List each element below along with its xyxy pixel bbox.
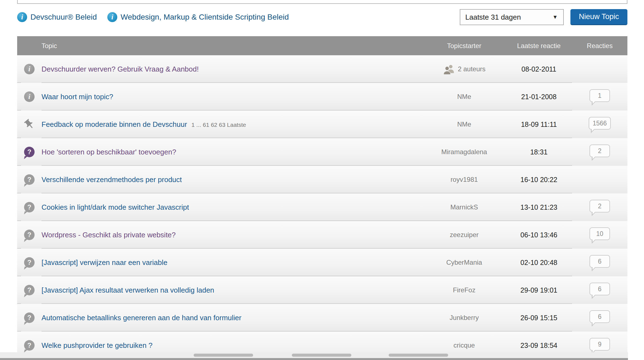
reply-count-badge: 1566: [589, 117, 611, 130]
topic-status-cell: [17, 147, 41, 157]
table-header: Topic Topicstarter Laatste reactie React…: [17, 36, 627, 55]
topic-link[interactable]: Feedback op moderatie binnen de Devschuu…: [41, 120, 187, 129]
last-reply-time: 26-09 15:15: [506, 314, 572, 322]
topic-status-cell: [17, 202, 41, 212]
topic-cell: Welke pushprovider te gebruiken ?: [41, 341, 423, 350]
reply-count: 1566: [593, 120, 607, 127]
table-row: Feedback op moderatie binnen de Devschuu…: [17, 111, 627, 138]
replies-cell: 2: [572, 202, 627, 212]
reply-count: 2: [598, 147, 602, 155]
reply-count: 6: [598, 313, 602, 320]
reply-count: 9: [598, 341, 602, 348]
topic-link[interactable]: Welke pushprovider te gebruiken ?: [41, 341, 152, 350]
topic-cell: Hoe 'sorteren op beschikbaar' toevoegen?: [41, 148, 423, 156]
topic-pagination-links[interactable]: 1 ... 61 62 63 Laatste: [191, 122, 246, 128]
replies-cell: 1: [572, 91, 627, 102]
column-header-laatste-reactie: Laatste reactie: [506, 42, 572, 50]
topic-link[interactable]: Automatische betaallinks genereren aan d…: [41, 314, 242, 322]
topic-link[interactable]: Devschuurder werven? Gebruik Vraag & Aan…: [41, 65, 199, 73]
dropdown-arrow-icon: [552, 14, 558, 20]
topic-link[interactable]: Verschillende verzendmethodes per produc…: [41, 175, 182, 184]
reply-count: 6: [598, 285, 602, 293]
topicstarter-cell: MarnickS: [423, 203, 506, 211]
topic-status-cell: [17, 174, 41, 185]
policy-link-label[interactable]: Devschuur® Beleid: [30, 13, 97, 22]
last-reply-time: 18:31: [506, 148, 572, 156]
table-row: Automatische betaallinks genereren aan d…: [17, 304, 627, 332]
topicstarter-cell: royv1981: [423, 176, 506, 183]
scrollbar-thumb[interactable]: [292, 354, 351, 357]
table-row: [Javascript] verwijzen naar een variable…: [17, 249, 627, 276]
question-bubble-icon: [24, 230, 35, 240]
topicstarter-cell: Miramagdalena: [423, 148, 506, 156]
reply-count-badge: 9: [590, 338, 610, 351]
topic-status-cell: [17, 312, 41, 323]
policy-link-webdesign[interactable]: Webdesign, Markup & Clientside Scripting…: [107, 12, 289, 22]
topicstarter-cell: FireFoz: [423, 286, 506, 294]
topic-cell: Wordpress - Geschikt als private website…: [41, 231, 423, 239]
reply-count: 10: [596, 230, 603, 238]
scrollbar-thumb[interactable]: [194, 354, 253, 357]
period-filter-value: Laatste 31 dagen: [465, 13, 521, 22]
pinned-topic-icon: [21, 116, 37, 132]
topicstarter-name: MarnickS: [450, 203, 478, 211]
last-reply-time: 13-10 21:23: [506, 203, 572, 211]
multiple-authors-icon: [443, 64, 455, 75]
topicstarter-name: Miramagdalena: [441, 148, 487, 156]
last-reply-time: 16-10 20:22: [506, 176, 572, 184]
reply-count-badge: 6: [590, 283, 610, 295]
last-reply-time: 21-01-2008: [506, 93, 572, 101]
topic-cell: Waar hoort mijn topic?: [41, 93, 423, 101]
topicstarter-name: Junkberry: [450, 314, 479, 322]
topic-link[interactable]: [Javascript] verwijzen naar een variable: [41, 258, 167, 267]
info-icon: [107, 12, 117, 22]
topic-link[interactable]: Waar hoort mijn topic?: [41, 93, 113, 101]
question-bubble-icon: [24, 340, 35, 351]
reply-count: 1: [598, 92, 602, 99]
reply-count-badge: 1: [590, 89, 610, 102]
topicstarter-cell: NMe: [423, 93, 506, 101]
reply-count: 6: [598, 258, 602, 265]
topic-status-cell: [17, 257, 41, 268]
table-row: Cookies in light/dark mode switcher Java…: [17, 193, 627, 221]
table-row: Waar hoort mijn topic? NMe 21-01-2008 1: [17, 83, 627, 111]
topicstarter-name: CyberMania: [446, 259, 482, 266]
policy-link-label[interactable]: Webdesign, Markup & Clientside Scripting…: [121, 13, 289, 22]
question-bubble-icon: [24, 257, 35, 268]
topic-link[interactable]: Hoe 'sorteren op beschikbaar' toevoegen?: [41, 148, 176, 156]
topicstarter-cell: 2 auteurs: [423, 64, 506, 75]
topic-cell: Verschillende verzendmethodes per produc…: [41, 175, 423, 184]
topic-status-cell: [17, 285, 41, 295]
last-reply-time: 29-09 19:01: [506, 286, 572, 294]
topic-status-cell: [17, 119, 41, 130]
period-filter-select[interactable]: Laatste 31 dagen: [460, 9, 564, 25]
toolbar: Devschuur® Beleid Webdesign, Markup & Cl…: [17, 8, 627, 26]
table-row: [Javascript] Ajax resultaat verwerken na…: [17, 276, 627, 304]
column-header-topicstarter: Topicstarter: [423, 42, 506, 50]
replies-cell: 2: [572, 147, 627, 157]
topicstarter-name: NMe: [457, 93, 471, 101]
scrollbar-thumb[interactable]: [389, 354, 448, 357]
reply-count: 2: [598, 203, 602, 210]
column-header-reacties: Reacties: [572, 42, 627, 50]
topic-link[interactable]: Wordpress - Geschikt als private website…: [41, 231, 176, 239]
topicstarter-cell: Junkberry: [423, 314, 506, 322]
replies-cell: 1566: [572, 119, 627, 130]
topic-cell: Cookies in light/dark mode switcher Java…: [41, 203, 423, 212]
horizontal-scrollbar-track: [0, 352, 628, 358]
table-row: Hoe 'sorteren op beschikbaar' toevoegen?…: [17, 138, 627, 166]
topic-cell: Automatische betaallinks genereren aan d…: [41, 314, 423, 322]
topicstarter-name: royv1981: [451, 176, 478, 183]
topic-status-cell: [17, 340, 41, 351]
topic-link[interactable]: Cookies in light/dark mode switcher Java…: [41, 203, 189, 212]
topicstarter-cell: cricque: [423, 341, 506, 349]
new-topic-button[interactable]: Nieuw Topic: [570, 9, 627, 25]
topicstarter-name: FireFoz: [453, 286, 475, 294]
table-row: Wordpress - Geschikt als private website…: [17, 221, 627, 249]
question-bubble-icon: [24, 147, 35, 157]
topic-link[interactable]: [Javascript] Ajax resultaat verwerken na…: [41, 286, 214, 295]
topicstarter-name: 2 auteurs: [458, 65, 485, 73]
last-reply-time: 18-09 11:11: [506, 120, 572, 128]
policy-link-devschuur[interactable]: Devschuur® Beleid: [17, 12, 97, 22]
info-icon: [17, 12, 27, 22]
